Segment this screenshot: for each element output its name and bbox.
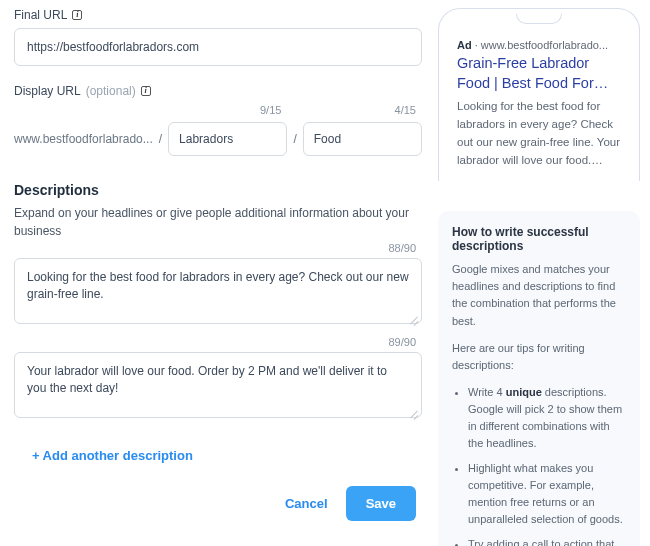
tips-item: Highlight what makes you competitive. Fo… [468, 460, 626, 528]
ad-preview-description: Looking for the best food for labradors … [457, 98, 621, 169]
final-url-label: Final URL [14, 8, 67, 22]
description-counter: 89/90 [388, 336, 416, 348]
description-textarea-2[interactable] [14, 352, 422, 418]
descriptions-subtitle: Expand on your headlines or give people … [14, 204, 422, 240]
tips-item: Write 4 unique descriptions. Google will… [468, 384, 626, 452]
save-button[interactable]: Save [346, 486, 416, 521]
display-url-label: Display URL [14, 84, 81, 98]
tips-intro: Google mixes and matches your headlines … [452, 261, 626, 329]
descriptions-heading: Descriptions [14, 182, 422, 198]
path2-counter: 4/15 [395, 104, 416, 116]
path1-input[interactable] [168, 122, 287, 156]
info-icon[interactable]: i [72, 10, 82, 20]
tips-item: Try adding a call to action that preview… [468, 536, 626, 546]
display-url-base: www.bestfoodforlabrado... [14, 132, 153, 146]
cancel-button[interactable]: Cancel [285, 496, 328, 511]
ad-url-line: Ad · www.bestfoodforlabrado... [457, 39, 621, 51]
description-counter: 88/90 [388, 242, 416, 254]
path2-input[interactable] [303, 122, 422, 156]
final-url-input[interactable] [14, 28, 422, 66]
slash-divider: / [293, 132, 296, 146]
add-description-button[interactable]: + Add another description [32, 448, 193, 463]
path1-counter: 9/15 [260, 104, 281, 116]
tips-lead: Here are our tips for writing descriptio… [452, 340, 626, 374]
tips-title: How to write successful descriptions [452, 225, 626, 253]
ad-preview-phone: Ad · www.bestfoodforlabrado... Grain-Fre… [438, 8, 640, 181]
optional-label: (optional) [86, 84, 136, 98]
ad-preview-title: Grain-Free Labrador Food | Best Food For… [457, 54, 621, 93]
info-icon[interactable]: i [141, 86, 151, 96]
slash-divider: / [159, 132, 162, 146]
plus-icon: + [32, 448, 40, 463]
add-description-label: Add another description [43, 448, 193, 463]
tips-panel: How to write successful descriptions Goo… [438, 211, 640, 546]
description-textarea-1[interactable] [14, 258, 422, 324]
phone-notch-icon [516, 14, 562, 24]
